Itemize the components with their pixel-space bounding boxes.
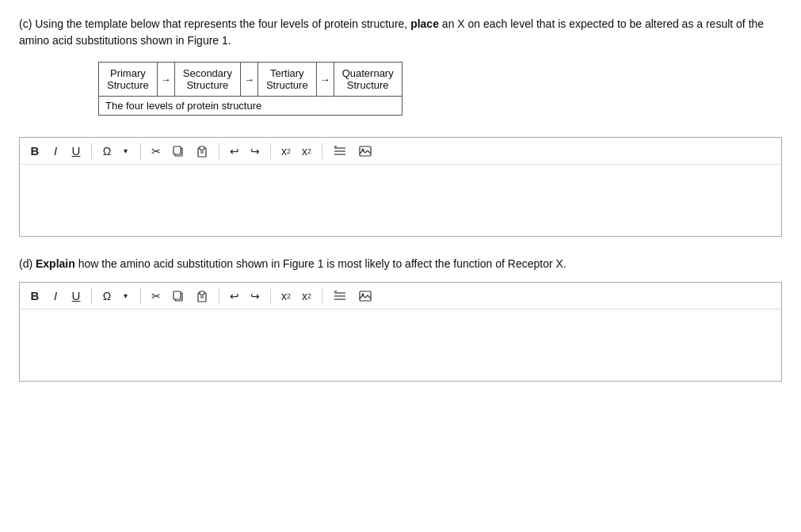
editor-c-body[interactable] xyxy=(20,165,781,236)
bold-button-c[interactable]: B xyxy=(26,142,44,159)
list-button-c[interactable] xyxy=(329,143,351,159)
omega-group-d: Ω▾ xyxy=(98,288,134,304)
image-button-d[interactable] xyxy=(354,288,376,304)
subscript-button-d[interactable]: x2 xyxy=(298,288,315,304)
separator-4-c xyxy=(270,143,271,159)
separator-2-c xyxy=(140,143,141,159)
cut-button-c[interactable]: ✂ xyxy=(147,143,165,159)
separator-2-d xyxy=(140,288,141,304)
copy-button-d[interactable] xyxy=(168,288,189,304)
primary-structure-cell: PrimaryStructure xyxy=(99,63,158,97)
omega-dropdown-d[interactable]: ▾ xyxy=(116,291,134,300)
svg-rect-13 xyxy=(174,291,181,299)
image-icon-d xyxy=(358,290,372,302)
omega-dropdown-c[interactable]: ▾ xyxy=(116,146,134,155)
underline-button-d[interactable]: U xyxy=(67,287,85,304)
svg-point-23 xyxy=(362,293,364,295)
superscript-button-d[interactable]: x2 xyxy=(277,288,295,304)
part-c-instruction: (c) Using the template below that repres… xyxy=(19,16,782,49)
paste-icon-c xyxy=(196,145,208,158)
toolbar-d: B I U Ω▾ ✂ ↩ ↪ x2 x2 xyxy=(20,283,781,310)
omega-button-c[interactable]: Ω xyxy=(98,143,116,159)
underline-button-c[interactable]: U xyxy=(67,142,85,159)
image-icon-c xyxy=(358,145,372,158)
subscript-button-c[interactable]: x2 xyxy=(298,143,315,159)
secondary-structure-cell: SecondaryStructure xyxy=(174,63,240,97)
list-button-d[interactable] xyxy=(329,288,351,304)
arrow-3: → xyxy=(316,63,334,97)
italic-button-d[interactable]: I xyxy=(47,287,64,304)
undo-button-d[interactable]: ↩ xyxy=(226,288,243,304)
svg-rect-22 xyxy=(360,291,371,301)
arrow-1: → xyxy=(157,63,174,97)
bold-button-d[interactable]: B xyxy=(26,287,44,304)
editor-c: B I U Ω▾ ✂ ↩ ↪ x2 x2 xyxy=(19,137,782,237)
list-icon-c xyxy=(333,145,347,158)
omega-button-d[interactable]: Ω xyxy=(98,288,116,304)
editor-d-body[interactable] xyxy=(20,310,781,381)
image-button-c[interactable] xyxy=(354,143,376,159)
svg-rect-10 xyxy=(360,146,371,156)
undo-button-c[interactable]: ↩ xyxy=(226,143,243,159)
separator-1-c xyxy=(91,143,92,159)
separator-3-d xyxy=(219,288,219,304)
quaternary-structure-cell: QuaternaryStructure xyxy=(334,63,402,97)
redo-button-d[interactable]: ↪ xyxy=(246,288,264,304)
svg-rect-3 xyxy=(200,146,204,150)
table-caption: The four levels of protein structure xyxy=(99,97,402,116)
toolbar-c: B I U Ω▾ ✂ ↩ ↪ x2 x2 xyxy=(20,138,781,165)
copy-button-c[interactable] xyxy=(168,143,189,159)
tertiary-structure-cell: TertiaryStructure xyxy=(257,63,316,97)
paste-icon-d xyxy=(196,290,208,302)
list-icon-d xyxy=(333,290,347,302)
italic-button-c[interactable]: I xyxy=(47,142,64,159)
protein-structure-table: PrimaryStructure → SecondaryStructure → … xyxy=(98,62,402,116)
svg-point-11 xyxy=(362,148,364,150)
omega-group-c: Ω▾ xyxy=(98,143,134,159)
paste-button-d[interactable] xyxy=(192,288,212,304)
svg-rect-15 xyxy=(200,291,204,294)
separator-4-d xyxy=(270,288,271,304)
separator-1-d xyxy=(91,288,92,304)
superscript-button-c[interactable]: x2 xyxy=(277,143,295,159)
copy-icon-d xyxy=(172,290,185,302)
part-d-instruction: (d) Explain how the amino acid substitut… xyxy=(19,256,782,272)
svg-rect-1 xyxy=(174,146,181,154)
arrow-2: → xyxy=(240,63,257,97)
copy-icon-c xyxy=(172,145,185,158)
cut-button-d[interactable]: ✂ xyxy=(147,288,165,304)
separator-3-c xyxy=(219,143,219,159)
editor-d: B I U Ω▾ ✂ ↩ ↪ x2 x2 xyxy=(19,282,782,382)
paste-button-c[interactable] xyxy=(192,143,212,159)
separator-5-d xyxy=(322,288,322,304)
redo-button-c[interactable]: ↪ xyxy=(246,143,264,159)
separator-5-c xyxy=(322,143,322,159)
